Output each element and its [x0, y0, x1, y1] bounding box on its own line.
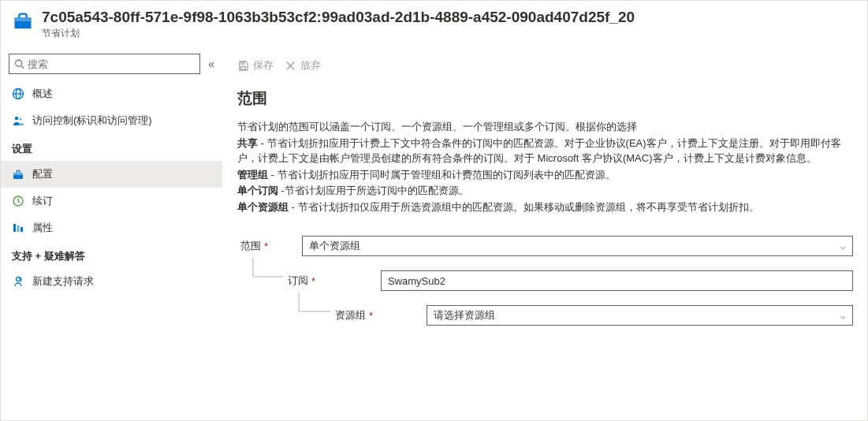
- scope-value: 单个资源组: [309, 239, 360, 253]
- chevron-down-icon: ⌵: [840, 241, 846, 251]
- svg-rect-16: [241, 66, 246, 69]
- sidebar-item-renew[interactable]: 续订: [1, 188, 222, 214]
- sidebar-item-label: 访问控制(标识和访问管理): [32, 114, 152, 128]
- description-block: 节省计划的范围可以涵盖一个订阅、一个资源组、一个管理组或多个订阅。根据你的选择 …: [237, 120, 853, 215]
- sidebar-item-configuration[interactable]: 配置: [1, 161, 222, 188]
- sidebar-item-label: 新建支持请求: [32, 274, 94, 289]
- sidebar-section-support: 支持 + 疑难解答: [1, 241, 222, 268]
- sidebar-item-label: 属性: [32, 221, 53, 235]
- subscription-value: SwamySub2: [388, 275, 445, 287]
- svg-line-3: [21, 65, 24, 68]
- sidebar-item-label: 配置: [32, 167, 53, 181]
- svg-rect-17: [241, 61, 244, 64]
- save-button[interactable]: 保存: [237, 58, 274, 73]
- subscription-field[interactable]: SwamySub2: [381, 270, 853, 291]
- svg-rect-14: [20, 227, 23, 232]
- svg-point-2: [16, 60, 22, 66]
- sidebar-item-access-control[interactable]: 访问控制(标识和访问管理): [1, 107, 222, 134]
- discard-button[interactable]: 放弃: [285, 58, 321, 73]
- support-icon: [12, 275, 24, 288]
- sidebar-item-properties[interactable]: 属性: [1, 214, 222, 241]
- chevron-down-icon: ⌵: [840, 311, 846, 321]
- save-icon: [237, 60, 249, 72]
- resource-group-placeholder: 请选择资源组: [434, 308, 495, 322]
- sidebar-item-label: 续订: [32, 194, 53, 208]
- svg-rect-10: [13, 173, 23, 175]
- desc-single-rg: 单个资源组 - 节省计划折扣仅应用于所选资源组中的匹配资源。如果移动或删除资源组…: [237, 200, 853, 215]
- people-icon: [12, 114, 24, 127]
- desc-share: 共享 - 节省计划折扣应用于计费上下文中符合条件的订阅中的匹配资源。对于企业协议…: [237, 136, 853, 166]
- sidebar-item-label: 概述: [32, 87, 53, 101]
- discard-icon: [285, 60, 296, 72]
- desc-single-sub: 单个订阅 -节省计划应用于所选订阅中的匹配资源。: [237, 184, 853, 199]
- sidebar-search[interactable]: [9, 54, 200, 74]
- section-title: 范围: [237, 88, 853, 109]
- subscription-label: 订阅: [288, 274, 308, 288]
- sidebar-item-support-request[interactable]: 新建支持请求: [1, 268, 222, 295]
- desc-intro: 节省计划的范围可以涵盖一个订阅、一个资源组、一个管理组或多个订阅。根据你的选择: [237, 120, 853, 135]
- page-title: 7c05a543-80ff-571e-9f98-1063b3b53cf2:99a…: [42, 9, 856, 26]
- required-indicator: *: [311, 275, 315, 287]
- globe-icon: [12, 88, 24, 100]
- svg-point-15: [17, 278, 20, 281]
- resource-group-dropdown[interactable]: 请选择资源组 ⌵: [427, 305, 853, 326]
- toolbox-icon: [12, 168, 24, 181]
- sidebar-search-input[interactable]: [28, 58, 195, 70]
- scope-dropdown[interactable]: 单个资源组 ⌵: [302, 236, 853, 256]
- required-indicator: *: [369, 310, 373, 322]
- svg-rect-1: [15, 17, 32, 21]
- savings-plan-icon: [12, 10, 34, 32]
- scope-label: 范围: [240, 239, 261, 253]
- svg-point-7: [15, 117, 18, 120]
- svg-point-8: [19, 117, 21, 120]
- sidebar-item-overview[interactable]: 概述: [1, 80, 222, 107]
- sidebar: « 概述 访问控制(标识和访问管理) 设置 配置 续订 属性 支持 + 疑难解答…: [1, 47, 223, 421]
- sidebar-collapse-button[interactable]: «: [208, 58, 214, 70]
- svg-rect-13: [17, 225, 20, 232]
- header: 7c05a543-80ff-571e-9f98-1063b3b53cf2:99a…: [1, 1, 867, 47]
- required-indicator: *: [264, 240, 268, 252]
- scope-form: 范围 * 单个资源组 ⌵ 订阅 * SwamySub2: [237, 236, 853, 326]
- search-icon: [14, 58, 24, 69]
- properties-icon: [12, 222, 24, 234]
- toolbar: 保存 放弃: [237, 54, 853, 77]
- main-content: 保存 放弃 范围 节省计划的范围可以涵盖一个订阅、一个资源组、一个管理组或多个订…: [223, 47, 867, 421]
- resource-type-label: 节省计划: [42, 27, 856, 40]
- svg-rect-12: [13, 224, 16, 232]
- save-button-label: 保存: [253, 58, 274, 73]
- discard-button-label: 放弃: [300, 58, 321, 73]
- clock-icon: [12, 195, 24, 207]
- sidebar-section-settings: 设置: [1, 134, 222, 161]
- resource-group-label: 资源组: [335, 308, 366, 322]
- desc-mgmt-group: 管理组 - 节省计划折扣应用于同时属于管理组和计费范围的订阅列表中的匹配资源。: [237, 168, 853, 183]
